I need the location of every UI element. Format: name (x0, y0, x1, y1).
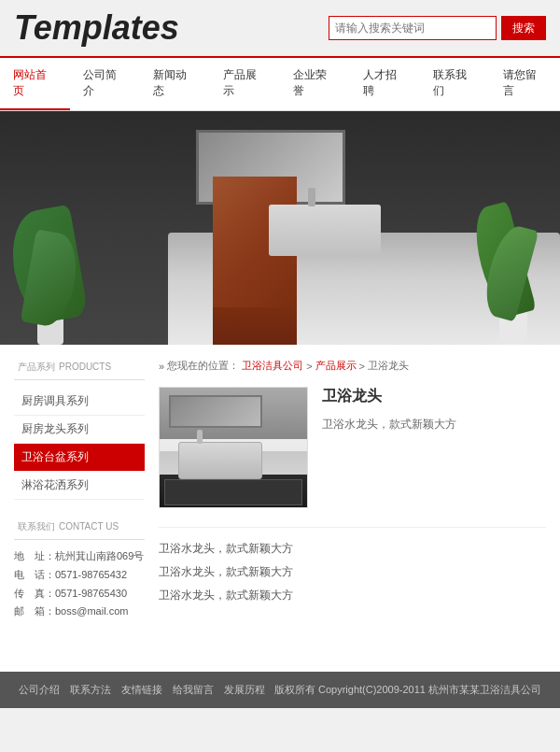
nav-item-news[interactable]: 新闻动态 (140, 58, 210, 110)
product-title: 卫浴龙头 (322, 387, 456, 406)
product-list-item-1: 卫浴水龙头，款式新颖大方 (159, 537, 546, 560)
product-description: 卫浴水龙头，款式新颖大方 (322, 416, 456, 433)
product-list: 卫浴水龙头，款式新颖大方 卫浴水龙头，款式新颖大方 卫浴水龙头，款式新颖大方 (159, 527, 546, 608)
nav-link-message[interactable]: 请您留言 (490, 58, 560, 108)
nav-item-recruit[interactable]: 人才招聘 (350, 58, 420, 110)
footer-links: 公司介绍 联系方法 友情链接 给我留言 发展历程 (19, 683, 273, 697)
footer: 公司介绍 联系方法 友情链接 给我留言 发展历程 版权所有 Copyright(… (0, 672, 560, 708)
nav-item-about[interactable]: 公司简介 (70, 58, 140, 110)
nav-item-contact[interactable]: 联系我们 (420, 58, 490, 110)
product-section: 卫浴龙头 卫浴水龙头，款式新颖大方 (159, 387, 546, 508)
main-nav: 网站首页 公司简介 新闻动态 产品展示 企业荣誉 人才招聘 联系我们 请您留言 (0, 56, 560, 111)
contact-fax: 传 真：0571-98765430 (14, 585, 145, 603)
nav-link-recruit[interactable]: 人才招聘 (350, 58, 420, 108)
breadcrumb-link-1[interactable]: 卫浴洁具公司 (242, 359, 303, 373)
footer-copyright: 版权所有 Copyright(C)2009-2011 杭州市某某卫浴洁具公司 (274, 683, 541, 697)
sidebar-item-basin[interactable]: 卫浴台盆系列 (14, 444, 145, 472)
header: Templates 搜索 (0, 0, 560, 56)
footer-link-message[interactable]: 给我留言 (173, 684, 214, 695)
sidebar-item-kitchen-tools[interactable]: 厨房调具系列 (14, 388, 145, 416)
search-button[interactable]: 搜索 (501, 16, 546, 40)
product-list-item-3: 卫浴水龙头，款式新颖大方 (159, 584, 546, 607)
contact-email: 邮 箱：boss@mail.com (14, 603, 145, 621)
breadcrumb-current: 卫浴龙头 (368, 359, 409, 373)
nav-item-products[interactable]: 产品展示 (210, 58, 280, 110)
footer-link-contact[interactable]: 联系方法 (70, 684, 111, 695)
breadcrumb: » 您现在的位置： 卫浴洁具公司 > 产品展示 > 卫浴龙头 (159, 359, 546, 373)
breadcrumb-prefix: 您现在的位置： (167, 359, 239, 373)
nav-link-home[interactable]: 网站首页 (0, 58, 70, 110)
sidebar: 产品系列PRODUCTS 厨房调具系列 厨房龙头系列 卫浴台盆系列 淋浴花洒系列… (14, 359, 145, 658)
sidebar-menu: 厨房调具系列 厨房龙头系列 卫浴台盆系列 淋浴花洒系列 (14, 388, 145, 500)
nav-item-honors[interactable]: 企业荣誉 (280, 58, 350, 110)
products-section-title: 产品系列PRODUCTS (14, 359, 145, 380)
main-content: 产品系列PRODUCTS 厨房调具系列 厨房龙头系列 卫浴台盆系列 淋浴花洒系列… (0, 345, 560, 672)
nav-item-home[interactable]: 网站首页 (0, 58, 70, 110)
sidebar-item-shower[interactable]: 淋浴花洒系列 (14, 472, 145, 500)
breadcrumb-sep-1: > (306, 361, 312, 372)
nav-link-news[interactable]: 新闻动态 (140, 58, 210, 108)
product-list-item-2: 卫浴水龙头，款式新颖大方 (159, 560, 546, 584)
search-input[interactable] (329, 16, 497, 40)
contact-section-title: 联系我们CONTACT US (14, 518, 145, 540)
content-area: » 您现在的位置： 卫浴洁具公司 > 产品展示 > 卫浴龙头 (159, 359, 546, 658)
nav-link-products[interactable]: 产品展示 (210, 58, 280, 108)
nav-list: 网站首页 公司简介 新闻动态 产品展示 企业荣誉 人才招聘 联系我们 请您留言 (0, 58, 560, 110)
footer-link-friendly[interactable]: 友情链接 (121, 684, 162, 695)
contact-info: 地 址：杭州萁山南路069号 电 话：0571-98765432 传 真：057… (14, 547, 145, 621)
product-image (159, 387, 308, 508)
footer-link-about[interactable]: 公司介绍 (19, 684, 60, 695)
hero-banner (0, 111, 560, 345)
breadcrumb-sep-2: > (359, 361, 365, 372)
sidebar-item-kitchen-faucet[interactable]: 厨房龙头系列 (14, 416, 145, 444)
footer-link-history[interactable]: 发展历程 (224, 684, 265, 695)
product-info: 卫浴龙头 卫浴水龙头，款式新颖大方 (322, 387, 456, 508)
search-bar: 搜索 (329, 16, 546, 40)
nav-link-honors[interactable]: 企业荣誉 (280, 58, 350, 108)
contact-phone: 电 话：0571-98765432 (14, 566, 145, 585)
contact-address: 地 址：杭州萁山南路069号 (14, 547, 145, 566)
nav-link-contact[interactable]: 联系我们 (420, 58, 490, 108)
nav-item-message[interactable]: 请您留言 (490, 58, 560, 110)
hero-inner (0, 111, 560, 345)
site-title: Templates (14, 8, 179, 48)
breadcrumb-link-2[interactable]: 产品展示 (315, 359, 357, 373)
nav-link-about[interactable]: 公司简介 (70, 58, 140, 108)
breadcrumb-arrow: » (159, 361, 164, 372)
